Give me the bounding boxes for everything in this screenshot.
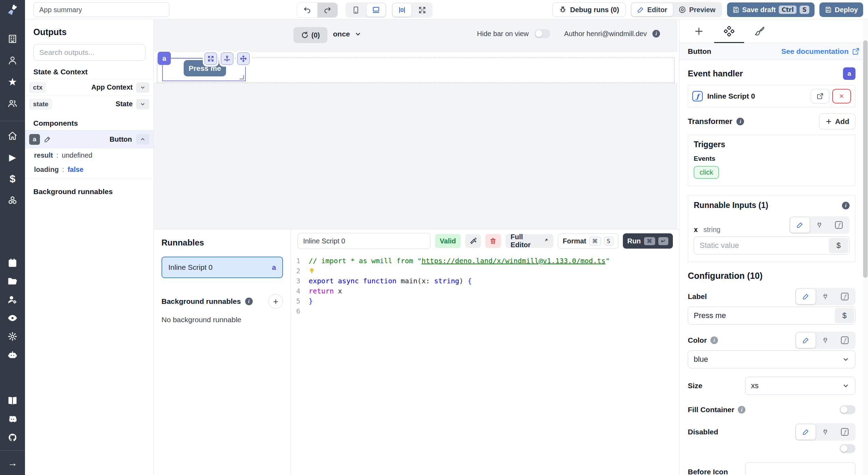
run-button[interactable]: Run ⌘ ↵ [623,233,673,249]
connect-mode-button[interactable] [810,217,829,233]
github-icon[interactable] [6,431,19,444]
static-mode-button[interactable] [790,217,810,233]
see-documentation-link[interactable]: See documentation [781,47,860,56]
delete-script-button[interactable] [485,234,501,248]
insert-variable-button[interactable]: $ [829,238,848,253]
preview-tab[interactable]: Preview [673,3,721,16]
full-editor-button[interactable]: Full Editor [506,234,553,248]
info-icon[interactable] [736,118,744,125]
connect-mode-button[interactable] [816,424,835,440]
scrollbar-thumb[interactable] [863,40,868,278]
static-mode-button[interactable] [796,424,816,440]
insert-component-tab[interactable] [694,19,704,43]
star-icon[interactable]: ★ [6,76,19,88]
desktop-view-button[interactable] [367,3,385,17]
info-icon[interactable] [652,30,660,38]
eye-icon[interactable] [6,312,19,324]
color-select[interactable]: blue [688,350,856,368]
windmill-logo[interactable] [0,0,25,19]
deploy-button[interactable]: Deploy [819,2,863,17]
user-gear-icon[interactable] [6,293,19,306]
runnable-item-inline-script-0[interactable]: Inline Script 0 a [161,257,283,278]
code-lines[interactable]: 1// import * as wmill from "https://deno… [291,252,677,316]
add-transformer-button[interactable]: Add [819,114,856,130]
remove-script-button[interactable]: × [832,89,851,103]
disabled-toggle[interactable] [840,444,856,453]
component-a-row[interactable]: a Button [25,130,153,148]
hide-bar-toggle[interactable] [534,29,550,38]
app-summary-input[interactable] [33,2,169,17]
move-component-button[interactable] [237,52,250,65]
rename-pencil-icon[interactable] [44,136,51,143]
connect-mode-button[interactable] [816,333,835,348]
before-icon-select[interactable] [745,462,856,475]
code-line-6[interactable]: 6 [291,306,677,316]
full-width-layout-button[interactable] [413,3,432,17]
eval-mode-button[interactable]: ƒ [835,333,854,348]
ctx-expand-button[interactable] [136,82,149,93]
insert-variable-button[interactable]: $ [835,308,854,323]
expand-component-button[interactable] [205,52,217,65]
info-icon[interactable] [842,202,850,209]
static-mode-button[interactable] [796,289,816,304]
result-prop-row[interactable]: result : undefined [25,148,153,162]
discord-icon[interactable] [6,413,19,425]
label-value-input[interactable] [688,311,834,320]
cubes-icon[interactable] [6,194,19,207]
info-icon[interactable] [738,406,745,414]
center-layout-button[interactable] [393,3,411,17]
component-id-badge[interactable]: a [158,52,171,65]
anchor-component-button[interactable] [221,52,233,65]
undo-button[interactable] [297,3,317,17]
app-canvas[interactable]: (0) once Hide bar on view Author henri@w… [154,19,677,229]
save-draft-button[interactable]: Save draft Ctrl S [727,2,815,17]
mobile-view-button[interactable] [347,3,365,17]
folder-icon[interactable] [6,275,19,288]
open-script-button[interactable] [811,89,829,103]
info-icon[interactable] [245,298,253,305]
format-button[interactable]: Format ⌘ S [558,233,618,249]
fill-container-toggle[interactable] [840,405,856,414]
add-background-runnable-button[interactable]: + [268,294,283,309]
dollar-icon[interactable]: $ [6,173,19,185]
code-line-3[interactable]: 3export async function main(x: string) { [291,276,677,286]
team-icon[interactable] [6,97,19,110]
code-line-5[interactable]: 5} [291,296,677,306]
schedule-dropdown[interactable]: once [333,30,362,38]
building-icon[interactable] [6,33,19,45]
calendar-icon[interactable] [6,257,19,269]
gear-icon[interactable] [6,330,19,343]
arrow-right-icon[interactable]: → [6,457,19,469]
state-row[interactable]: state State [25,95,153,112]
connect-mode-button[interactable] [816,289,835,304]
ctx-row[interactable]: ctx App Context [25,79,153,95]
robot-icon[interactable] [6,349,19,361]
script-name-input[interactable] [298,233,431,249]
static-mode-button[interactable] [796,333,816,348]
styling-tab[interactable] [754,19,764,43]
resize-handle[interactable] [240,75,244,80]
component-settings-tab[interactable] [724,19,734,43]
book-icon[interactable] [6,394,19,407]
refresh-button[interactable]: (0) [293,27,327,43]
play-icon[interactable]: ▶ [6,151,19,164]
eval-mode-button[interactable]: ƒ [835,289,854,304]
eval-mode-button[interactable]: ƒ [835,424,854,440]
size-select[interactable]: xs [745,377,856,395]
user-icon[interactable] [6,54,19,67]
eval-mode-button[interactable]: ƒ [829,217,849,233]
search-outputs-input[interactable] [33,44,145,61]
redo-button[interactable] [317,3,337,17]
home-icon[interactable] [6,130,19,142]
panel-scrollbar[interactable] [863,19,868,475]
info-icon[interactable] [710,336,718,344]
editor-tab[interactable]: Editor [632,3,673,16]
code-line-2[interactable]: 2 [291,266,677,276]
state-expand-button[interactable] [136,99,149,109]
ai-assist-button[interactable] [465,234,481,248]
loading-prop-row[interactable]: loading : false [25,162,153,177]
code-line-4[interactable]: 4 return x [291,286,677,296]
static-value-input[interactable] [694,241,828,250]
code-line-1[interactable]: 1// import * as wmill from "https://deno… [291,256,677,266]
event-script-card[interactable]: ƒ Inline Script 0 × [688,85,856,107]
